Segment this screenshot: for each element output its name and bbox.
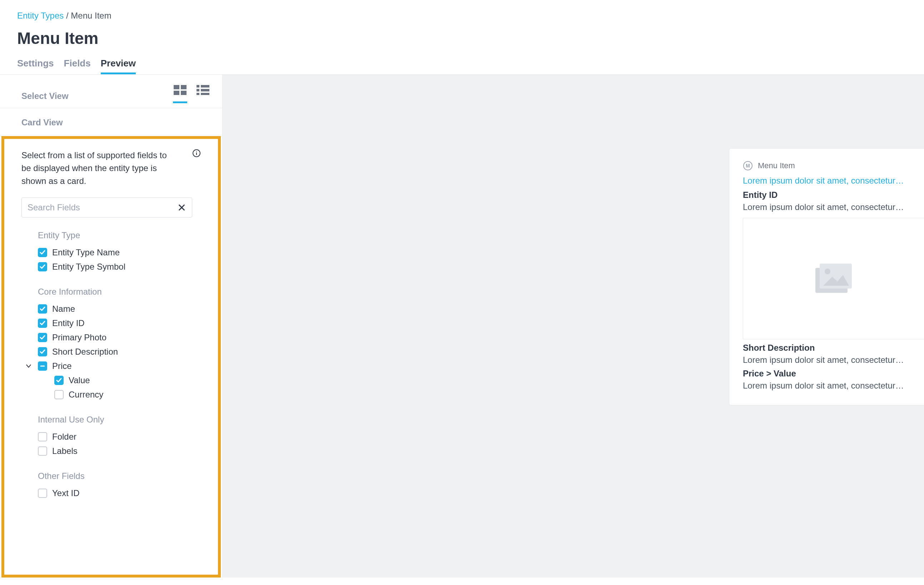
group-internal-label: Internal Use Only	[38, 415, 201, 425]
checkbox-entity-type-symbol[interactable]	[38, 262, 47, 272]
tab-fields[interactable]: Fields	[64, 58, 91, 74]
checkbox-price[interactable]	[38, 361, 47, 371]
field-price: Price	[52, 361, 72, 371]
preview-entity-id-label: Entity ID	[743, 190, 924, 200]
svg-rect-3	[181, 91, 186, 95]
svg-rect-7	[201, 89, 210, 91]
search-fields-box: ✕	[21, 198, 192, 218]
field-folder: Folder	[52, 432, 76, 442]
checkbox-primary-photo[interactable]	[38, 333, 47, 342]
svg-point-12	[196, 151, 197, 152]
close-icon[interactable]: ✕	[177, 201, 186, 214]
tabs: Settings Fields Preview	[0, 58, 924, 75]
svg-rect-5	[201, 85, 210, 87]
svg-text:M: M	[746, 163, 750, 168]
grid-icon	[174, 85, 186, 95]
tab-settings[interactable]: Settings	[17, 58, 54, 74]
svg-rect-0	[174, 85, 179, 89]
list-view-toggle[interactable]	[196, 89, 210, 103]
checkbox-value[interactable]	[54, 376, 64, 385]
page-title: Menu Item	[17, 28, 907, 48]
checkbox-entity-id[interactable]	[38, 318, 47, 328]
field-labels: Labels	[52, 446, 78, 456]
card-view-heading: Card View	[0, 108, 222, 127]
field-value: Value	[69, 375, 90, 386]
chevron-down-icon[interactable]	[24, 363, 33, 369]
preview-price-label: Price > Value	[743, 369, 924, 379]
field-yext-id: Yext ID	[52, 488, 80, 498]
preview-card: M Menu Item Lorem ipsum dolor sit amet, …	[729, 148, 924, 405]
field-primary-photo: Primary Photo	[52, 333, 106, 343]
svg-rect-9	[201, 93, 210, 95]
checkbox-labels[interactable]	[38, 447, 47, 456]
search-input[interactable]	[28, 203, 177, 213]
entity-type-symbol-icon: M	[743, 161, 753, 171]
image-placeholder-icon	[812, 261, 855, 297]
select-view-label: Select View	[21, 91, 69, 101]
field-short-description: Short Description	[52, 347, 118, 357]
group-other-label: Other Fields	[38, 471, 201, 481]
svg-rect-8	[196, 93, 200, 95]
left-panel: Select View	[0, 75, 223, 577]
preview-type-label: Menu Item	[758, 161, 795, 170]
checkbox-name[interactable]	[38, 304, 47, 313]
checkbox-yext-id[interactable]	[38, 489, 47, 498]
breadcrumb-root-link[interactable]: Entity Types	[17, 11, 64, 20]
preview-entity-id-value: Lorem ipsum dolor sit amet, consectetur…	[743, 202, 924, 212]
card-view-toggle[interactable]	[173, 89, 187, 103]
config-description: Select from a list of supported fields t…	[21, 149, 172, 188]
list-icon	[196, 85, 210, 95]
field-name: Name	[52, 304, 75, 314]
field-entity-id: Entity ID	[52, 318, 85, 328]
field-entity-type-name: Entity Type Name	[52, 247, 120, 257]
checkbox-folder[interactable]	[38, 432, 47, 442]
field-config-box: Select from a list of supported fields t…	[2, 136, 221, 577]
preview-price-value: Lorem ipsum dolor sit amet, consectetur…	[743, 381, 924, 391]
svg-rect-2	[174, 91, 179, 95]
svg-rect-1	[181, 85, 186, 89]
field-currency: Currency	[69, 390, 103, 400]
field-entity-type-symbol: Entity Type Symbol	[52, 262, 125, 272]
tab-preview[interactable]: Preview	[101, 58, 136, 74]
svg-rect-6	[196, 89, 200, 91]
checkbox-currency[interactable]	[54, 390, 64, 399]
breadcrumb: Entity Types / Menu Item	[17, 11, 907, 21]
breadcrumb-current: Menu Item	[71, 11, 111, 20]
group-core-label: Core Information	[38, 287, 201, 297]
preview-photo-placeholder	[743, 218, 924, 339]
preview-short-desc-value: Lorem ipsum dolor sit amet, consectetur…	[743, 355, 924, 365]
info-icon[interactable]	[192, 149, 201, 158]
checkbox-short-description[interactable]	[38, 347, 47, 356]
svg-rect-4	[196, 85, 200, 87]
preview-short-desc-label: Short Description	[743, 343, 924, 353]
preview-name-link[interactable]: Lorem ipsum dolor sit amet, consectetur…	[743, 176, 924, 186]
checkbox-entity-type-name[interactable]	[38, 248, 47, 257]
breadcrumb-separator: /	[66, 11, 69, 20]
preview-area: M Menu Item Lorem ipsum dolor sit amet, …	[223, 75, 924, 577]
svg-point-18	[825, 269, 830, 274]
group-entity-type-label: Entity Type	[38, 231, 201, 241]
